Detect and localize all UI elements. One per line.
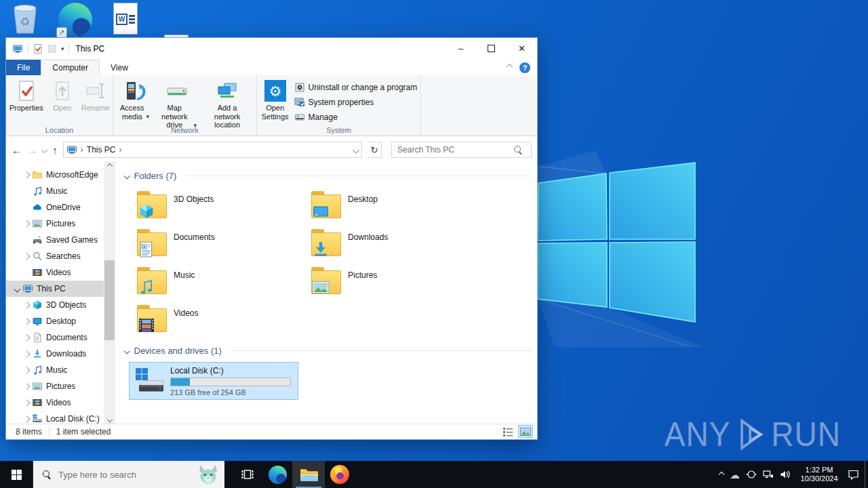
chevron-right-icon[interactable] [22,173,31,178]
tray-circle-icon[interactable] [746,469,757,480]
sidebar-item-music[interactable]: Music [6,362,104,378]
properties-button[interactable]: Properties [5,78,47,125]
tab-file[interactable]: File [6,60,41,75]
folders-group-header[interactable]: Folders (7) [125,169,532,182]
scroll-up-icon[interactable] [104,161,115,171]
chevron-right-icon[interactable] [22,368,31,373]
sidebar-item-3d-objects[interactable]: 3D Objects [6,297,104,313]
devices-group-title: Devices and drives (1) [134,346,222,356]
tray-expand-icon[interactable] [719,472,724,477]
qat-newfolder-icon[interactable] [47,44,57,54]
folder-tile-music[interactable]: Music [137,267,300,305]
chevron-right-icon[interactable] [22,401,31,405]
sidebar-item-this-pc[interactable]: This PC [6,281,104,297]
recycle-bin-icon[interactable]: ♻ [9,1,41,35]
sidebar-item-microsoftedge[interactable]: MicrosoftEdge [6,167,104,183]
taskbar-edge-button[interactable] [262,461,292,488]
search-input[interactable] [396,144,505,155]
chevron-down-icon[interactable] [13,287,21,291]
taskbar-search[interactable] [33,461,224,488]
chevron-right-icon[interactable] [22,303,31,308]
chevron-right-icon[interactable] [22,417,31,422]
back-button[interactable]: ← [12,145,22,155]
chevron-right-icon[interactable] [22,222,31,226]
minimize-button[interactable]: – [446,38,476,58]
search-highlight-creature-icon[interactable] [196,464,220,485]
open-settings-button[interactable]: ⚙ Open Settings [258,78,293,125]
help-button[interactable]: ? [519,62,530,73]
taskbar-firefox-button[interactable] [325,461,355,488]
collapse-group-icon[interactable] [124,347,130,353]
sidebar-item-searches[interactable]: Searches [6,248,104,264]
sidebar-item-local-disk-c[interactable]: Local Disk (C:) [6,411,104,424]
system-properties-button[interactable]: System properties [294,97,418,108]
sidebar-item-videos[interactable]: Videos [6,264,104,281]
large-icons-view-button[interactable] [518,425,533,438]
qat-properties-icon[interactable] [33,43,43,54]
close-button[interactable]: ✕ [507,38,537,58]
folder-tile-documents[interactable]: Documents [137,229,300,267]
address-bar[interactable]: › This PC › [63,142,362,158]
open-button[interactable]: Open [47,78,77,125]
folder-tile-desktop[interactable]: Desktop [311,191,474,229]
tab-view[interactable]: View [100,60,139,75]
chevron-right-icon[interactable] [22,336,31,340]
search-box[interactable] [391,142,532,158]
sidebar-scrollbar[interactable] [104,161,115,424]
manage-button[interactable]: Manage [294,112,418,123]
onedrive-tray-icon[interactable]: ☁ [730,470,740,480]
maximize-button[interactable] [476,38,507,58]
local-disk-tile[interactable]: Local Disk (C:) 213 GB free of 254 GB [129,362,298,400]
folder-tile-pictures[interactable]: Pictures [311,267,474,305]
sidebar-item-downloads[interactable]: Downloads [6,346,104,362]
add-network-location-button[interactable]: Add a network location [201,78,254,125]
access-media-button[interactable]: Access media▾ [116,78,153,125]
collapse-group-icon[interactable] [124,172,130,178]
taskbar-explorer-button[interactable] [292,461,325,488]
start-button[interactable] [0,461,33,488]
devices-group-header[interactable]: Devices and drives (1) [125,344,532,357]
task-view-button[interactable] [233,461,262,488]
chevron-right-icon[interactable] [22,254,31,259]
microsoft-edge-icon[interactable]: ↗ [58,3,92,37]
shortcut-arrow-icon: ↗ [56,27,67,38]
recent-locations-icon[interactable] [42,146,48,152]
refresh-button[interactable]: ↻ [368,142,382,158]
network-tray-icon[interactable] [763,469,774,480]
action-center-icon[interactable] [848,469,859,481]
sidebar-item-desktop[interactable]: Desktop [6,313,104,329]
forward-button[interactable]: → [27,145,37,155]
sidebar-item-saved-games[interactable]: Saved Games [6,232,104,248]
uninstall-program-button[interactable]: Uninstall or change a program [294,82,418,93]
sidebar-item-videos[interactable]: Videos [6,394,104,411]
address-dropdown-icon[interactable] [353,146,359,152]
tab-computer[interactable]: Computer [41,60,100,75]
sidebar-item-music[interactable]: Music [6,183,104,199]
sidebar-item-pictures[interactable]: Pictures [6,378,104,394]
folder-tile-videos[interactable]: Videos [137,305,300,343]
word-document-icon[interactable]: W [113,3,138,35]
up-button[interactable]: ↑ [52,145,58,155]
sidebar-item-pictures[interactable]: Pictures [6,216,104,232]
breadcrumb[interactable]: This PC [87,145,116,155]
chevron-right-icon[interactable] [22,319,31,324]
volume-tray-icon[interactable] [780,469,791,480]
folder-tile-downloads[interactable]: Downloads [311,229,474,267]
uninstall-icon [294,82,305,93]
taskbar-search-input[interactable] [57,469,196,481]
show-desktop-button[interactable] [865,461,868,488]
rename-button[interactable]: Rename [77,78,114,125]
sidebar-item-documents[interactable]: Documents [6,329,104,346]
scroll-down-icon[interactable] [104,415,115,424]
scrollbar-thumb[interactable] [104,260,115,340]
sidebar-item-onedrive[interactable]: OneDrive [6,199,104,216]
qat-dropdown-icon[interactable]: ▾ [61,45,64,53]
search-icon[interactable] [514,146,522,154]
folder-tile-3d-objects[interactable]: 3D Objects [137,191,300,229]
collapse-ribbon-icon[interactable] [506,64,512,70]
details-view-button[interactable] [500,425,515,438]
chevron-right-icon[interactable] [22,384,31,389]
map-network-drive-button[interactable]: Map network drive▾ [153,78,201,125]
chevron-right-icon[interactable] [22,352,31,357]
taskbar-clock[interactable]: 1:32 PM 10/30/2024 [797,466,842,483]
